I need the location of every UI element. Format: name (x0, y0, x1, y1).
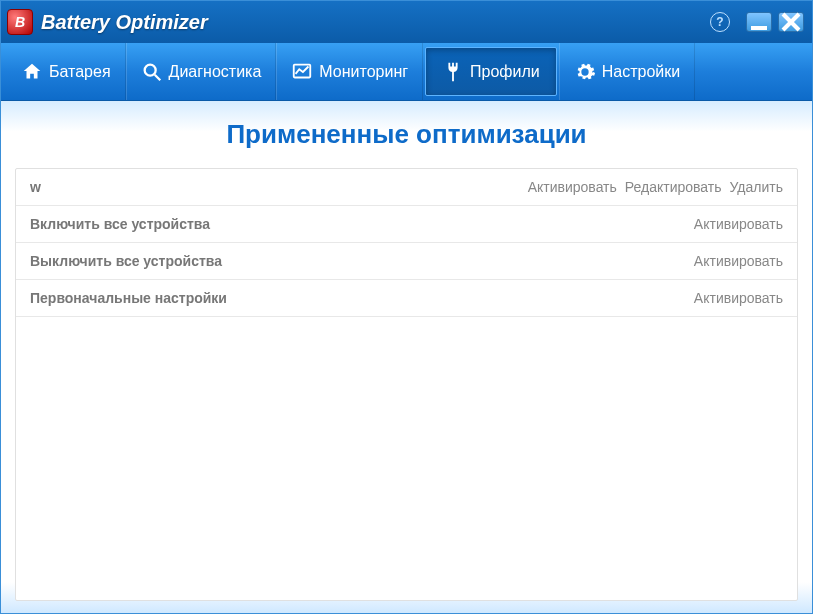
row-actions: Активировать Редактировать Удалить (528, 179, 783, 195)
page-title: Примененные оптимизации (15, 119, 798, 150)
table-row: w Активировать Редактировать Удалить (16, 169, 797, 206)
activate-link[interactable]: Активировать (694, 216, 783, 232)
svg-rect-0 (751, 26, 767, 30)
tab-profiles[interactable]: Профили (425, 47, 557, 96)
app-logo-icon: B (7, 9, 33, 35)
navbar: Батарея Диагностика Мониторинг Профили Н… (1, 43, 812, 101)
tab-diagnostics[interactable]: Диагностика (126, 43, 277, 100)
activate-link[interactable]: Активировать (694, 290, 783, 306)
minimize-button[interactable] (746, 12, 772, 32)
plug-icon (442, 61, 464, 83)
delete-link[interactable]: Удалить (730, 179, 783, 195)
tab-battery-label: Батарея (49, 63, 111, 81)
row-actions: Активировать (694, 253, 783, 269)
chart-icon (291, 61, 313, 83)
home-icon (21, 61, 43, 83)
tab-monitoring-label: Мониторинг (319, 63, 408, 81)
minimize-icon (747, 10, 771, 34)
svg-point-3 (144, 64, 155, 75)
titlebar-controls: ? (710, 12, 804, 32)
gear-icon (574, 61, 596, 83)
tab-battery[interactable]: Батарея (7, 43, 126, 100)
row-actions: Активировать (694, 216, 783, 232)
profile-name: Включить все устройства (30, 216, 694, 232)
profile-name: Первоначальные настройки (30, 290, 694, 306)
tab-monitoring[interactable]: Мониторинг (276, 43, 423, 100)
close-button[interactable] (778, 12, 804, 32)
profiles-panel: w Активировать Редактировать Удалить Вкл… (15, 168, 798, 601)
profile-name: Выключить все устройства (30, 253, 694, 269)
tab-settings[interactable]: Настройки (559, 43, 695, 100)
search-icon (141, 61, 163, 83)
activate-link[interactable]: Активировать (694, 253, 783, 269)
tab-profiles-label: Профили (470, 63, 540, 81)
table-row: Включить все устройства Активировать (16, 206, 797, 243)
tab-diagnostics-label: Диагностика (169, 63, 262, 81)
close-icon (779, 10, 803, 34)
table-row: Первоначальные настройки Активировать (16, 280, 797, 317)
row-actions: Активировать (694, 290, 783, 306)
profile-name: w (30, 179, 528, 195)
tab-settings-label: Настройки (602, 63, 680, 81)
app-window: B Battery Optimizer ? Батарея (0, 0, 813, 614)
edit-link[interactable]: Редактировать (625, 179, 722, 195)
help-button[interactable]: ? (710, 12, 730, 32)
content-area: Примененные оптимизации w Активировать Р… (1, 101, 812, 613)
table-row: Выключить все устройства Активировать (16, 243, 797, 280)
app-title: Battery Optimizer (41, 11, 710, 34)
svg-line-4 (154, 74, 160, 80)
titlebar: B Battery Optimizer ? (1, 1, 812, 43)
activate-link[interactable]: Активировать (528, 179, 617, 195)
